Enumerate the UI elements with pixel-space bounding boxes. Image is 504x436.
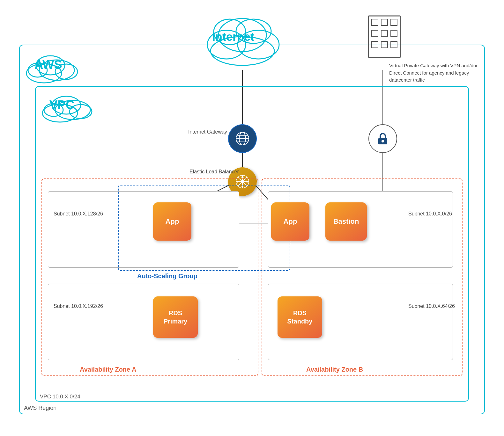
svg-rect-20 — [372, 19, 378, 25]
subnet-a-top-label: Subnet 10.0.X.128/26 — [54, 210, 103, 217]
aws-region-label: AWS Region — [24, 405, 56, 411]
vpc-cidr-label: VPC 10.0.X.0/24 — [40, 394, 80, 400]
svg-rect-27 — [381, 41, 388, 48]
app-right-icon: App — [271, 202, 309, 241]
az-b-label: Availability Zone B — [306, 366, 363, 373]
subnet-b-top-label: Subnet 10.0.X.0/26 — [408, 210, 452, 217]
az-a-label: Availability Zone A — [80, 366, 136, 373]
app-left-icon: App — [153, 202, 191, 241]
diagram-container: AWS Region AWS Internet — [0, 0, 504, 436]
elb-label: Elastic Load Balancer — [189, 169, 239, 175]
svg-rect-28 — [391, 41, 397, 48]
bastion-icon: Bastion — [325, 202, 367, 241]
svg-rect-25 — [391, 30, 397, 37]
asg-box — [118, 185, 290, 271]
subnet-b-bottom-label: Subnet 10.0.X.64/26 — [408, 303, 455, 310]
svg-rect-22 — [391, 19, 397, 25]
subnet-a-bottom-box — [48, 284, 239, 360]
rds-standby-icon: RDS Standby — [278, 296, 322, 338]
internet-label: Internet — [212, 30, 254, 44]
asg-label: Auto-Scaling Group — [137, 272, 197, 280]
vpn-description: Virtual Private Gateway with VPN and/dor… — [389, 62, 478, 84]
svg-marker-48 — [241, 175, 244, 178]
vpc-label: VPC — [49, 98, 74, 112]
building-icon — [364, 10, 405, 61]
subnet-a-bottom-label: Subnet 10.0.X.192/26 — [54, 303, 103, 310]
rds-primary-icon: RDS Primary — [153, 296, 198, 338]
svg-rect-26 — [372, 41, 378, 48]
svg-rect-24 — [381, 30, 388, 37]
svg-rect-23 — [372, 30, 378, 37]
svg-rect-21 — [381, 19, 388, 25]
aws-label: AWS — [34, 58, 62, 72]
